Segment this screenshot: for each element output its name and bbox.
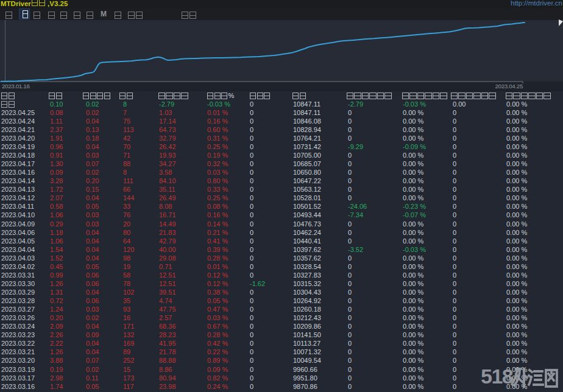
svg-text:2023.04.25: 2023.04.25 [495,83,523,89]
svg-text:2023.01.16: 2023.01.16 [2,83,30,89]
